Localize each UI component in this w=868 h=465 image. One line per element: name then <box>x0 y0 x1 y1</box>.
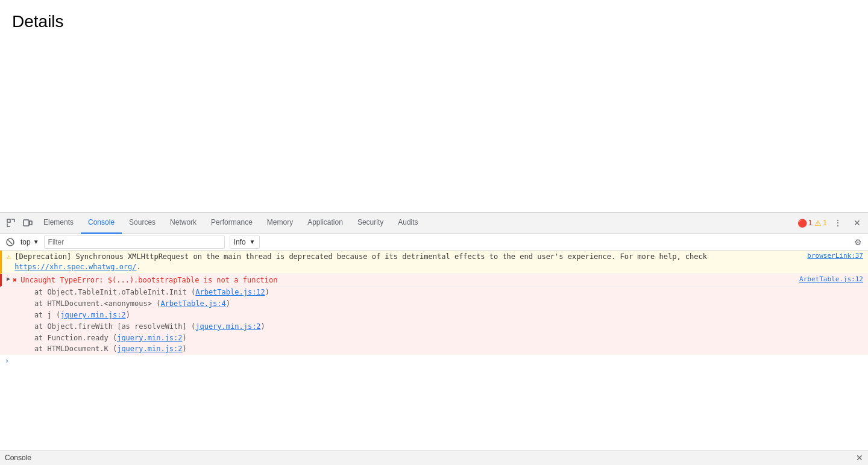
tabs-right-actions: 🔴 1 ⚠ 1 ⋮ ✕ <box>797 214 866 231</box>
stack-link-6[interactable]: jquery.min.js:2 <box>117 345 182 353</box>
stack-text-2: at HTMLDocument.<anonymous> (ArbetTable.… <box>17 299 230 309</box>
stack-trace-2: at HTMLDocument.<anonymous> (ArbetTable.… <box>0 298 868 310</box>
console-prompt-row: › <box>0 355 868 367</box>
error-icon: ✖ <box>13 276 17 284</box>
device-toolbar-icon[interactable] <box>19 214 36 231</box>
error-count-badge[interactable]: 🔴 1 <box>797 219 813 228</box>
tab-console[interactable]: Console <box>81 213 122 234</box>
status-bar-close-icon[interactable]: ✕ <box>856 453 863 463</box>
stack-trace-3: at j (jquery.min.js:2) <box>0 310 868 321</box>
stack-text-3: at j (jquery.min.js:2) <box>17 310 130 320</box>
warning-count-badge[interactable]: ⚠ 1 <box>814 219 827 228</box>
warning-source-link[interactable]: browserLink:37 <box>802 252 863 260</box>
status-bar: Console ✕ <box>0 450 868 465</box>
warning-icon: ⚠ <box>7 252 11 261</box>
tab-memory[interactable]: Memory <box>260 213 300 234</box>
console-settings-icon[interactable]: ⚙ <box>852 237 863 248</box>
stack-link-2[interactable]: ArbetTable.js:4 <box>160 299 225 308</box>
console-output: ⚠ [Deprecation] Synchronous XMLHttpReque… <box>0 251 868 450</box>
log-level-dropdown-icon: ▼ <box>250 239 256 245</box>
tab-elements[interactable]: Elements <box>36 213 81 234</box>
stack-text-4: at Object.fireWith [as resolveWith] (jqu… <box>17 322 265 332</box>
console-error-row: ▶ ✖ Uncaught TypeError: $(...).bootstrap… <box>0 274 868 287</box>
svg-rect-1 <box>24 220 29 226</box>
prompt-arrow-icon: › <box>5 357 9 365</box>
status-bar-label: Console <box>5 454 31 462</box>
stack-trace-6: at HTMLDocument.K (jquery.min.js:2) <box>0 343 868 355</box>
deprecation-link[interactable]: https://xhr.spec.whatwg.org/ <box>14 263 136 271</box>
svg-rect-2 <box>30 221 32 225</box>
stack-text-1: at Object.TableInit.oTableInit.Init (Arb… <box>17 287 269 298</box>
expand-error-icon[interactable]: ▶ <box>7 275 10 282</box>
log-level-selector[interactable]: Info ▼ <box>230 236 260 249</box>
more-options-icon[interactable]: ⋮ <box>829 214 846 231</box>
stack-text-5: at Function.ready (jquery.min.js:2) <box>17 333 187 343</box>
stack-trace-4: at Object.fireWith [as resolveWith] (jqu… <box>0 321 868 332</box>
error-source-link[interactable]: ArbetTable.js:12 <box>794 275 863 283</box>
context-selector[interactable]: top ▼ <box>20 238 39 246</box>
tab-performance[interactable]: Performance <box>204 213 260 234</box>
filter-input[interactable] <box>44 236 225 249</box>
stack-link-5[interactable]: jquery.min.js:2 <box>117 334 182 342</box>
warning-message-text: [Deprecation] Synchronous XMLHttpRequest… <box>14 252 802 272</box>
devtools-tabs-bar: Elements Console Sources Network Perform… <box>0 213 868 234</box>
inspect-element-icon[interactable] <box>2 214 19 231</box>
page-title: Details <box>12 12 856 31</box>
tab-security[interactable]: Security <box>350 213 391 234</box>
console-toolbar: top ▼ Info ▼ ⚙ <box>0 234 868 251</box>
stack-trace-5: at Function.ready (jquery.min.js:2) <box>0 332 868 344</box>
stack-link-1[interactable]: ArbetTable.js:12 <box>195 288 265 296</box>
svg-line-4 <box>8 240 12 244</box>
error-message-text: Uncaught TypeError: $(...).bootstrapTabl… <box>20 275 794 286</box>
main-page: Details <box>0 0 868 211</box>
tab-application[interactable]: Application <box>300 213 350 234</box>
console-warning-row: ⚠ [Deprecation] Synchronous XMLHttpReque… <box>0 251 868 274</box>
clear-console-icon[interactable] <box>5 237 16 248</box>
stack-link-3[interactable]: jquery.min.js:2 <box>60 311 125 319</box>
svg-rect-0 <box>7 219 10 222</box>
devtools-panel: Elements Console Sources Network Perform… <box>0 212 868 465</box>
tab-sources[interactable]: Sources <box>122 213 163 234</box>
stack-text-6: at HTMLDocument.K (jquery.min.js:2) <box>17 344 187 354</box>
stack-link-4[interactable]: jquery.min.js:2 <box>195 322 260 331</box>
context-dropdown-icon: ▼ <box>33 239 39 245</box>
tab-network[interactable]: Network <box>163 213 204 234</box>
tab-audits[interactable]: Audits <box>391 213 425 234</box>
stack-trace-1: at Object.TableInit.oTableInit.Init (Arb… <box>0 287 868 298</box>
close-devtools-icon[interactable]: ✕ <box>849 214 866 231</box>
